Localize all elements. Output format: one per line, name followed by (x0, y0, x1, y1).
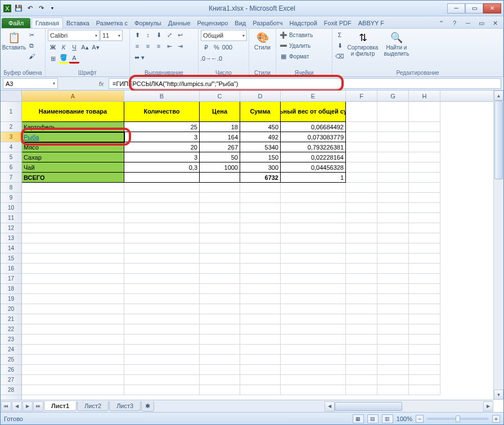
row-header[interactable]: 4 (1, 142, 21, 152)
cell[interactable] (346, 274, 377, 284)
cell[interactable] (124, 385, 200, 395)
cut-icon[interactable]: ✂ (26, 30, 37, 40)
cell[interactable] (409, 274, 440, 284)
cell[interactable]: Наименование товара (22, 102, 124, 122)
cell[interactable] (200, 375, 240, 385)
cell[interactable] (240, 385, 281, 395)
cell[interactable] (346, 122, 377, 132)
cell[interactable] (377, 102, 409, 122)
row-header[interactable]: 1 (1, 102, 21, 122)
paste-button[interactable]: 📋 Вставить (3, 30, 25, 52)
row-header[interactable]: 9 (1, 193, 21, 203)
cell[interactable] (409, 334, 440, 345)
cell[interactable] (409, 132, 440, 142)
cell[interactable] (346, 334, 377, 345)
cell[interactable] (240, 233, 281, 243)
cell[interactable] (124, 183, 200, 193)
cell[interactable] (409, 375, 440, 385)
cell[interactable] (409, 254, 440, 264)
cell[interactable]: 300 (240, 162, 281, 173)
cell[interactable] (22, 304, 124, 314)
row-header[interactable]: 7 (1, 173, 21, 183)
cell[interactable] (240, 223, 281, 233)
cell[interactable] (200, 243, 240, 254)
row-header[interactable]: 22 (1, 324, 21, 334)
cell[interactable] (240, 375, 281, 385)
cell[interactable] (346, 132, 377, 142)
cell[interactable] (281, 243, 346, 254)
cell[interactable] (124, 375, 200, 385)
cell[interactable] (377, 183, 409, 193)
borders-icon[interactable]: ⊞ (48, 53, 58, 64)
fill-color-icon[interactable]: 🪣 (58, 53, 69, 64)
cell[interactable] (281, 334, 346, 345)
maximize-button[interactable]: ▭ (465, 3, 483, 13)
cell[interactable] (281, 365, 346, 375)
row-header[interactable]: 3 (1, 132, 21, 142)
row-header[interactable]: 25 (1, 355, 21, 365)
cell[interactable] (22, 284, 124, 294)
cell[interactable]: Сумма (240, 102, 281, 122)
format-cells-button[interactable]: Формат (289, 53, 309, 60)
cell[interactable] (409, 324, 440, 334)
column-header[interactable]: B (124, 91, 200, 101)
cell[interactable]: 0,793226381 (281, 142, 346, 152)
cell[interactable] (200, 294, 240, 304)
underline-icon[interactable]: Ч (69, 42, 79, 52)
cell[interactable] (124, 304, 200, 314)
cell[interactable] (409, 213, 440, 223)
cell[interactable] (346, 284, 377, 294)
undo-icon[interactable]: ↶ (25, 4, 34, 13)
bold-icon[interactable]: Ж (48, 42, 58, 52)
cells-area[interactable]: Наименование товараКоличествоЦенаСуммаУд… (22, 102, 493, 400)
cell[interactable] (200, 304, 240, 314)
cell[interactable] (200, 385, 240, 395)
cell[interactable] (409, 355, 440, 365)
row-header[interactable]: 12 (1, 223, 21, 233)
row-header[interactable]: 11 (1, 213, 21, 223)
align-top-icon[interactable]: ⬆ (132, 30, 142, 40)
autosum-icon[interactable]: Σ (335, 30, 345, 40)
cell[interactable] (377, 345, 409, 355)
cell[interactable] (377, 203, 409, 213)
cell[interactable] (409, 173, 440, 183)
redo-icon[interactable]: ↷ (37, 4, 46, 13)
minimize-ribbon-icon[interactable]: ⌃ (436, 18, 446, 28)
cell[interactable] (409, 284, 440, 294)
zoom-level[interactable]: 100% (397, 415, 412, 422)
cell[interactable]: Удельный вес от общей суммы (281, 102, 346, 122)
cell[interactable] (22, 254, 124, 264)
cell[interactable] (240, 355, 281, 365)
row-header[interactable]: 26 (1, 365, 21, 375)
row-header[interactable]: 16 (1, 264, 21, 274)
cell[interactable]: 0,02228164 (281, 152, 346, 162)
doc-close-icon[interactable]: ✕ (490, 18, 500, 28)
zoom-slider[interactable] (427, 418, 489, 420)
cell[interactable] (22, 203, 124, 213)
cell[interactable] (124, 324, 200, 334)
cell[interactable] (409, 223, 440, 233)
cell[interactable] (409, 152, 440, 162)
zoom-in-icon[interactable]: + (492, 415, 500, 423)
minimize-button[interactable]: ─ (447, 3, 465, 13)
cell[interactable]: 0,06684492 (281, 122, 346, 132)
cell[interactable] (124, 213, 200, 223)
column-header[interactable]: E (281, 91, 346, 101)
row-header[interactable]: 15 (1, 254, 21, 264)
cell[interactable] (22, 385, 124, 395)
cell[interactable] (22, 213, 124, 223)
delete-cells-icon[interactable]: ➖ (278, 40, 289, 51)
cell[interactable] (124, 243, 200, 254)
cell[interactable] (346, 193, 377, 203)
cell[interactable] (346, 365, 377, 375)
cell[interactable]: 0,3 (124, 162, 200, 173)
cell[interactable] (409, 385, 440, 395)
cell[interactable] (22, 294, 124, 304)
cell[interactable] (240, 193, 281, 203)
cell[interactable] (346, 203, 377, 213)
cell[interactable] (124, 223, 200, 233)
cell[interactable] (124, 173, 200, 183)
copy-icon[interactable]: ⧉ (26, 40, 37, 51)
cell[interactable] (377, 355, 409, 365)
cell[interactable] (346, 142, 377, 152)
